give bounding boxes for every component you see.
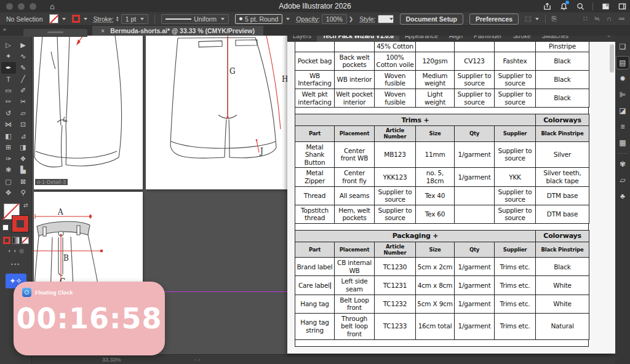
search-icon[interactable] <box>576 2 584 10</box>
lasso-tool-icon[interactable]: ∿ <box>16 51 31 63</box>
shape-builder-tool-icon[interactable]: ◧ <box>1 130 16 142</box>
rectangle-tool-icon[interactable]: ▭ <box>1 85 16 97</box>
blend-tool-icon[interactable]: ❖ <box>16 153 31 165</box>
default-fill-stroke-icon[interactable] <box>2 224 9 231</box>
gradient-mode-button[interactable] <box>12 237 20 244</box>
zoom-tool-icon[interactable]: ⚲ <box>16 188 31 199</box>
symbols-panel-icon[interactable]: ✾ <box>616 158 629 170</box>
artboard-back-view[interactable]: G H J <box>146 36 287 189</box>
fill-stroke-indicator[interactable]: ⇄ <box>4 204 28 232</box>
scale-tool-icon[interactable]: ▱ <box>16 108 31 119</box>
document-tab[interactable]: × Bermuda-shorts.ai* @ 33.33 % (CMYK/Pre… <box>92 26 263 36</box>
table-cell: Silver teeth, black tape <box>536 168 589 186</box>
fill-color-control[interactable] <box>49 14 66 23</box>
artboards-panel-icon[interactable]: ▱ <box>616 174 629 186</box>
table-cell: Belt Loop front <box>335 295 375 313</box>
measure-letter-B: B <box>63 254 69 263</box>
color-mode-button[interactable] <box>3 237 10 244</box>
type-tool-icon[interactable]: T <box>1 74 16 85</box>
edit-toolbar-dots[interactable]: ••• <box>0 261 31 267</box>
magenta-guide-line[interactable] <box>163 291 288 292</box>
symbol-sprayer-tool-icon[interactable]: ❃ <box>1 165 16 176</box>
asset-export-panel-icon[interactable]: ♣ <box>616 190 629 202</box>
table-cell: CV123 <box>455 52 495 70</box>
draw-behind-icon[interactable]: ◗ <box>14 248 17 254</box>
stroke-panel-icon[interactable]: ≡ <box>616 121 629 133</box>
pathfinder-panel-icon[interactable]: ◪ <box>616 105 629 117</box>
slice-tool-icon[interactable]: ⊠ <box>16 176 31 188</box>
stroke-weight-dropdown[interactable]: 1 pt <box>121 14 149 24</box>
tools-panel-grip[interactable] <box>23 29 87 37</box>
arrange-documents-icon[interactable]: ⿴ <box>525 14 539 23</box>
color-panel-icon[interactable]: ✹ <box>616 73 629 85</box>
draw-inside-icon[interactable]: ◎ <box>19 248 24 254</box>
stroke-label[interactable]: Stroke: <box>94 15 114 23</box>
table-row: Metal Shank ButtonCenter front WBMB12311… <box>295 141 589 168</box>
graph-tool-icon[interactable]: ▙ <box>16 165 31 176</box>
touch-workspace-icon[interactable]: ⎘ <box>552 15 557 23</box>
zoom-level-indicator[interactable]: 33.33% <box>102 357 121 363</box>
panel-dock-icon[interactable] <box>618 2 626 10</box>
width-profile-dropdown[interactable]: Uniform <box>161 14 229 24</box>
line-segment-tool-icon[interactable]: ╱ <box>16 74 31 85</box>
control-bar-right-icon[interactable]: ≔ <box>618 15 625 23</box>
perspective-grid-tool-icon[interactable]: ⊿ <box>16 130 31 142</box>
workspace-layout-icon[interactable] <box>601 2 610 10</box>
eyedropper-tool-icon[interactable]: ✑ <box>1 153 16 165</box>
artboard-front-lower[interactable] <box>34 36 143 189</box>
brush-preset-dropdown[interactable]: 5 pt. Round <box>235 14 282 24</box>
libraries-panel-icon[interactable]: ▤ <box>616 57 629 69</box>
none-mode-button[interactable] <box>22 237 29 244</box>
control-bar-right-icon[interactable]: ∩ <box>607 15 612 23</box>
gradient-tool-icon[interactable]: ◨ <box>16 142 31 154</box>
scissors-tool-icon[interactable]: ✂ <box>16 97 31 108</box>
align-panel-icon[interactable]: ⊫ <box>616 89 629 101</box>
snap-options-cluster[interactable]: ∷≒∩≔ <box>583 15 625 23</box>
curvature-tool-icon[interactable]: ✎ <box>16 62 31 74</box>
opacity-expand-chevron[interactable]: ❯ <box>349 16 354 22</box>
draw-normal-icon[interactable]: ◖ <box>7 248 10 254</box>
selection-status: No Selection <box>6 15 43 23</box>
column-header: Article Number <box>375 242 416 257</box>
table-cell: Metal Shank Button <box>295 141 335 168</box>
mesh-tool-icon[interactable]: ⊞ <box>1 142 16 154</box>
style-dropdown[interactable] <box>378 15 394 23</box>
artboard-navigation[interactable]: ‹ › <box>195 357 201 363</box>
pen-tool-icon[interactable]: ✒ <box>1 62 16 74</box>
paintbrush-tool-icon[interactable]: ✐ <box>16 85 31 97</box>
swap-fill-stroke-icon[interactable]: ⇄ <box>23 202 28 208</box>
close-document-icon[interactable]: × <box>101 27 105 34</box>
notifications-bell-icon[interactable] <box>559 2 568 10</box>
stroke-proxy-red[interactable] <box>12 216 28 232</box>
stroke-color-control[interactable] <box>72 15 87 23</box>
opacity-label[interactable]: Opacity: <box>296 15 320 23</box>
stroke-red-swatch[interactable] <box>72 15 80 23</box>
swatches-panel-icon[interactable]: ▦ <box>616 136 629 149</box>
table-row: Brand labelCB internal WBTC12305cm x 2cm… <box>295 258 589 276</box>
width-tool-icon[interactable]: ⋈ <box>1 119 16 131</box>
selection-tool-icon[interactable]: ▷ <box>1 39 16 51</box>
table-cell: Care label <box>295 276 335 295</box>
control-bar-right-icon[interactable]: ≒ <box>594 15 600 23</box>
panel-scrollbar[interactable] <box>610 44 614 73</box>
table-cell: All seams <box>335 186 375 205</box>
artboard-tool-icon[interactable]: ▢ <box>1 176 16 188</box>
control-bar-right-icon[interactable]: ∷ <box>583 15 588 23</box>
artboard-name-label[interactable]: o-1-Detail-3 <box>35 179 68 185</box>
document-setup-button[interactable]: Document Setup <box>400 14 463 25</box>
stroke-weight-stepper[interactable]: ▲▼ <box>116 16 119 22</box>
share-icon[interactable] <box>543 2 551 10</box>
direct-selection-tool-icon[interactable]: ▶ <box>16 39 31 51</box>
style-label[interactable]: Style: <box>359 15 375 23</box>
opacity-dropdown[interactable]: 100% <box>322 14 347 24</box>
rotate-tool-icon[interactable]: ↺ <box>1 108 16 119</box>
floating-clock-window[interactable]: Floating Clock 00:16:58 <box>14 282 165 355</box>
magic-wand-tool-icon[interactable]: ✦ <box>1 51 16 63</box>
layers-panel-icon[interactable]: ❏ <box>616 41 629 53</box>
fill-none-swatch[interactable] <box>49 14 58 23</box>
shaper-tool-icon[interactable]: ✏ <box>1 97 16 108</box>
hand-tool-icon[interactable]: ✥ <box>1 188 16 199</box>
collapse-tools-icon[interactable]: « <box>3 26 6 33</box>
free-transform-tool-icon[interactable]: ⊡ <box>16 119 31 131</box>
preferences-button[interactable]: Preferences <box>469 14 519 25</box>
